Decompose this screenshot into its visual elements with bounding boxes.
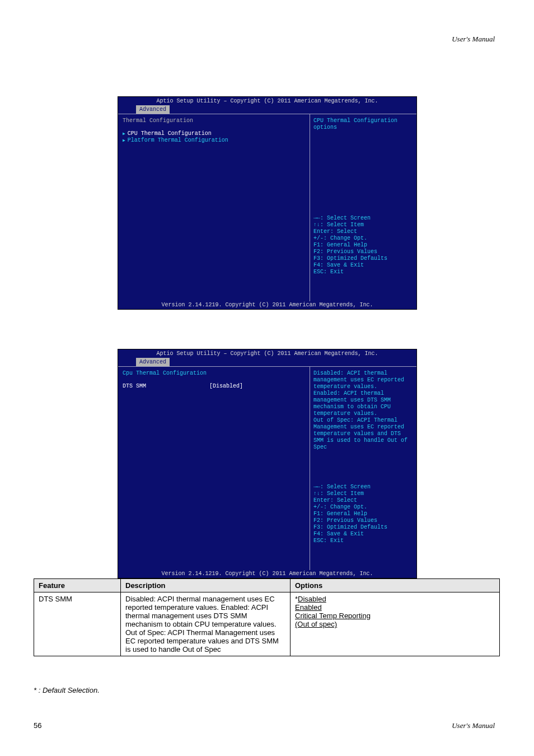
option-enabled: Enabled bbox=[295, 603, 322, 612]
table-header-row: Feature Description Options bbox=[34, 579, 500, 592]
table-row: DTS SMM Disabled: ACPI thermal managemen… bbox=[34, 592, 500, 656]
key-hint: F4: Save & Exit bbox=[313, 262, 413, 269]
bios-tab-bar: Advanced bbox=[118, 105, 416, 114]
bios-title-bar: Aptio Setup Utility – Copyright (C) 2011… bbox=[118, 349, 416, 357]
help-text: CPU Thermal Configuration options bbox=[313, 118, 413, 131]
key-hint: F3: Optimized Defaults bbox=[313, 524, 413, 531]
key-hint: Enter: Select bbox=[313, 228, 413, 235]
col-options: Options bbox=[291, 579, 500, 592]
key-hint: ESC: Exit bbox=[313, 538, 413, 544]
bios-left-panel: Thermal Configuration ▶ CPU Thermal Conf… bbox=[118, 114, 310, 301]
key-hint: ↑↓: Select Item bbox=[313, 491, 413, 497]
option-disabled: Disabled bbox=[298, 595, 326, 603]
menu-item-label: Platform Thermal Configuration bbox=[128, 137, 228, 143]
bios-footer-bar: Version 2.14.1219. Copyright (C) 2011 Am… bbox=[118, 570, 416, 578]
cell-description: Disabled: ACPI thermal management uses E… bbox=[121, 592, 291, 656]
key-hint: →←: Select Screen bbox=[313, 484, 413, 491]
key-hint: F4: Save & Exit bbox=[313, 531, 413, 538]
menu-item-cpu-thermal[interactable]: ▶ CPU Thermal Configuration bbox=[123, 130, 305, 137]
key-hint: F2: Previous Values bbox=[313, 517, 413, 524]
key-hint: ↑↓: Select Item bbox=[313, 222, 413, 228]
cell-options: *Disabled Enabled Critical Temp Reportin… bbox=[291, 592, 500, 656]
key-hint: +/-: Change Opt. bbox=[313, 235, 413, 242]
bios-screenshot-cpu-thermal: Aptio Setup Utility – Copyright (C) 2011… bbox=[118, 349, 417, 578]
option-value: [Disabled] bbox=[209, 383, 243, 389]
option-label: DTS SMM bbox=[123, 383, 209, 389]
key-hint: F2: Previous Values bbox=[313, 249, 413, 255]
section-heading: Cpu Thermal Configuration bbox=[123, 370, 305, 376]
option-critical-temp: Critical Temp Reporting bbox=[295, 612, 371, 620]
page-footer: User's Manual bbox=[452, 721, 495, 730]
submenu-arrow-icon: ▶ bbox=[123, 138, 125, 143]
col-description: Description bbox=[121, 579, 291, 592]
key-hint: →←: Select Screen bbox=[313, 215, 413, 222]
menu-item-label: CPU Thermal Configuration bbox=[128, 130, 212, 137]
bios-right-panel: CPU Thermal Configuration options →←: Se… bbox=[310, 114, 416, 301]
key-hint: Enter: Select bbox=[313, 497, 413, 504]
key-hint: F1: General Help bbox=[313, 511, 413, 517]
key-hint: F3: Optimized Defaults bbox=[313, 255, 413, 262]
bios-left-panel: Cpu Thermal Configuration DTS SMM [Disab… bbox=[118, 366, 310, 570]
cell-feature: DTS SMM bbox=[34, 592, 121, 656]
section-heading: Thermal Configuration bbox=[123, 118, 305, 124]
key-legend: →←: Select Screen ↑↓: Select Item Enter:… bbox=[313, 484, 413, 567]
bios-tab-bar: Advanced bbox=[118, 357, 416, 366]
bios-title-bar: Aptio Setup Utility – Copyright (C) 2011… bbox=[118, 97, 416, 105]
menu-item-platform-thermal[interactable]: ▶ Platform Thermal Configuration bbox=[123, 137, 305, 143]
page-number: 56 bbox=[34, 721, 41, 730]
page-header: User's Manual bbox=[452, 35, 495, 44]
options-table: Feature Description Options DTS SMM Disa… bbox=[34, 578, 500, 656]
option-dts-smm[interactable]: DTS SMM [Disabled] bbox=[123, 383, 305, 389]
key-legend: →←: Select Screen ↑↓: Select Item Enter:… bbox=[313, 215, 413, 298]
key-hint: ESC: Exit bbox=[313, 269, 413, 276]
help-text: Disabled: ACPI thermal management uses E… bbox=[313, 370, 413, 451]
bios-screenshot-thermal-config: Aptio Setup Utility – Copyright (C) 2011… bbox=[118, 96, 417, 310]
tab-advanced[interactable]: Advanced bbox=[136, 358, 170, 367]
default-selection-note: * : Default Selection. bbox=[34, 686, 100, 694]
tab-advanced[interactable]: Advanced bbox=[136, 105, 170, 114]
col-feature: Feature bbox=[34, 579, 121, 592]
key-hint: +/-: Change Opt. bbox=[313, 504, 413, 511]
bios-footer-bar: Version 2.14.1219. Copyright (C) 2011 Am… bbox=[118, 301, 416, 309]
option-out-of-spec: (Out of spec) bbox=[295, 620, 337, 628]
key-hint: F1: General Help bbox=[313, 242, 413, 249]
bios-right-panel: Disabled: ACPI thermal management uses E… bbox=[310, 366, 416, 570]
submenu-arrow-icon: ▶ bbox=[123, 131, 125, 136]
